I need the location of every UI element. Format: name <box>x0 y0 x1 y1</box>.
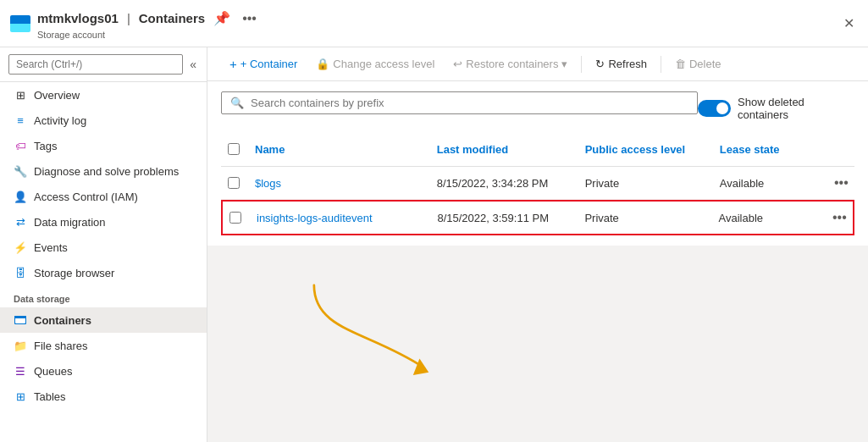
main-layout: « ⊞ Overview ≡ Activity log 🏷 Tags 🔧 Dia… <box>0 47 868 442</box>
storage-browser-icon: 🗄 <box>14 266 27 279</box>
sidebar-item-data-migration[interactable]: ⇄ Data migration <box>0 209 207 235</box>
title-bar: mtmkvlogs01 | Containers 📌 ••• Storage a… <box>0 0 868 47</box>
row-2-check <box>223 208 250 227</box>
table-row: $logs 8/15/2022, 3:34:28 PM Private Avai… <box>221 167 854 200</box>
storage-account-icon <box>10 15 30 32</box>
restore-containers-button[interactable]: ↩ Restore containers ▾ <box>445 53 576 75</box>
title-bar-right: ✕ <box>840 12 858 35</box>
iam-icon: 👤 <box>14 190 27 203</box>
more-button[interactable]: ••• <box>239 8 260 30</box>
svg-rect-2 <box>14 316 26 318</box>
row-2-access: Private <box>578 208 711 228</box>
show-deleted-label: Show deleted containers <box>738 96 854 121</box>
resource-name: mtmkvlogs01 <box>37 11 119 25</box>
lock-icon: 🔒 <box>316 58 329 70</box>
show-deleted-toggle-area: Show deleted containers <box>698 96 854 121</box>
change-access-button[interactable]: 🔒 Change access level <box>307 53 443 75</box>
header-check <box>221 140 248 161</box>
tables-icon: ⊞ <box>14 390 27 403</box>
row-1-lease: Available <box>713 174 827 193</box>
containers-icon <box>14 313 27 327</box>
sidebar-item-file-shares[interactable]: 📁 File shares <box>0 333 207 358</box>
header-actions <box>827 140 854 161</box>
restore-icon: ↩ <box>453 58 462 70</box>
row-1-check <box>221 174 248 192</box>
content-area: + + Container 🔒 Change access level ↩ Re… <box>207 47 868 442</box>
add-icon: + <box>229 57 237 71</box>
pin-button[interactable]: 📌 <box>210 7 234 30</box>
queues-icon: ☰ <box>14 364 27 378</box>
sidebar-item-activity-log[interactable]: ≡ Activity log <box>0 108 207 133</box>
header-name: Name <box>248 140 430 161</box>
page-title: Containers <box>139 11 205 25</box>
sidebar-item-tables[interactable]: ⊞ Tables <box>0 384 207 409</box>
row-2-modified: 8/15/2022, 3:59:11 PM <box>430 208 578 228</box>
containers-table: Name Last modified Public access level L… <box>221 135 854 235</box>
activity-icon: ≡ <box>14 113 27 127</box>
add-container-button[interactable]: + + Container <box>221 52 306 75</box>
content-body: 🔍 Show deleted containers Name <box>207 81 868 246</box>
search-input[interactable] <box>8 54 183 75</box>
title-separator: | <box>127 11 130 25</box>
title-bar-left: mtmkvlogs01 | Containers 📌 ••• Storage a… <box>10 7 260 40</box>
collapse-button[interactable]: « <box>188 56 198 73</box>
migration-icon: ⇄ <box>14 215 27 229</box>
row-1-checkbox[interactable] <box>228 177 240 189</box>
events-icon: ⚡ <box>14 240 27 254</box>
sidebar-item-diagnose[interactable]: 🔧 Diagnose and solve problems <box>0 158 207 184</box>
overview-icon: ⊞ <box>14 88 27 102</box>
show-deleted-toggle[interactable] <box>698 100 731 117</box>
select-all-checkbox[interactable] <box>228 143 240 155</box>
container-search-bar: 🔍 <box>221 91 698 114</box>
sidebar-item-events[interactable]: ⚡ Events <box>0 235 207 260</box>
table-header: Name Last modified Public access level L… <box>221 135 854 167</box>
row-1-modified: 8/15/2022, 3:34:28 PM <box>430 174 578 193</box>
sidebar-item-tags[interactable]: 🏷 Tags <box>0 133 207 158</box>
row-2-checkbox[interactable] <box>229 212 241 224</box>
delete-icon: 🗑 <box>675 58 686 70</box>
toolbar-separator-1 <box>581 56 582 73</box>
row-2-name[interactable]: insights-logs-auditevent <box>250 208 430 228</box>
sidebar-item-storage-browser[interactable]: 🗄 Storage browser <box>0 260 207 285</box>
row-2-more[interactable]: ••• <box>826 207 853 229</box>
row-1-name[interactable]: $logs <box>248 174 430 193</box>
header-lease-state: Lease state <box>713 140 827 161</box>
restore-dropdown-icon: ▾ <box>561 58 567 70</box>
search-icon: 🔍 <box>230 97 244 109</box>
header-public-access: Public access level <box>578 140 713 161</box>
container-search-input[interactable] <box>251 97 688 109</box>
toolbar-separator-2 <box>661 56 661 73</box>
sidebar-item-overview[interactable]: ⊞ Overview <box>0 82 207 108</box>
close-button[interactable]: ✕ <box>840 12 858 35</box>
table-row: insights-logs-auditevent 8/15/2022, 3:59… <box>221 200 854 235</box>
refresh-icon: ↻ <box>595 58 605 70</box>
sidebar-item-queues[interactable]: ☰ Queues <box>0 358 207 384</box>
fileshares-icon: 📁 <box>14 339 27 352</box>
sidebar: « ⊞ Overview ≡ Activity log 🏷 Tags 🔧 Dia… <box>0 47 207 442</box>
row-1-more[interactable]: ••• <box>827 172 854 194</box>
annotation-arrow <box>284 276 436 386</box>
refresh-button[interactable]: ↻ Refresh <box>587 53 655 75</box>
resource-type: Storage account <box>37 30 260 40</box>
sidebar-item-iam[interactable]: 👤 Access Control (IAM) <box>0 184 207 209</box>
row-2-lease: Available <box>712 208 826 228</box>
tags-icon: 🏷 <box>14 139 27 152</box>
row-1-access: Private <box>578 174 713 193</box>
header-last-modified: Last modified <box>430 140 578 161</box>
svg-marker-3 <box>413 359 428 376</box>
sidebar-search-area: « <box>0 47 207 82</box>
content-body-wrapper: 🔍 Show deleted containers Name <box>207 81 868 442</box>
diagnose-icon: 🔧 <box>14 164 27 178</box>
delete-button[interactable]: 🗑 Delete <box>666 53 730 75</box>
toolbar: + + Container 🔒 Change access level ↩ Re… <box>207 47 868 81</box>
sidebar-item-containers[interactable]: Containers <box>0 307 207 333</box>
data-storage-section-label: Data storage <box>0 285 207 307</box>
